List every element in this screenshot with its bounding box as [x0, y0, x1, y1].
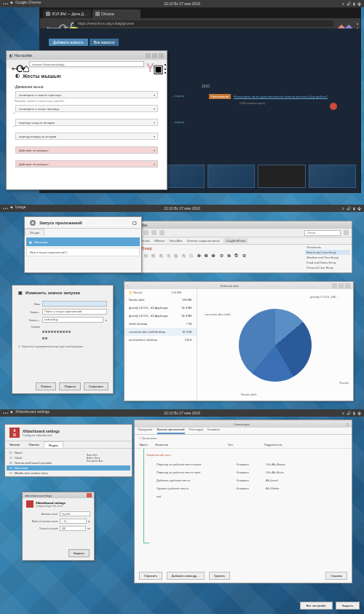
poll-count[interactable]: (133 комментария): [240, 101, 265, 105]
volume-icon[interactable]: 🔊: [347, 411, 351, 415]
clock-label[interactable]: 22:10 Вс 27 мая 2018: [164, 1, 200, 6]
file-item[interactable]: wir-thunder-2.desktop120 Б: [124, 336, 197, 344]
up-icon[interactable]: [143, 230, 149, 235]
reset-button[interactable]: Сбросить: [139, 572, 162, 580]
icon-grid[interactable]: [42, 331, 71, 342]
tab-virtualbox[interactable]: VirtualBox: [169, 239, 182, 243]
save-button[interactable]: Сохранить: [84, 382, 108, 390]
file-item[interactable]: Nuvola-dark184 МБ: [124, 296, 197, 304]
tab-emails[interactable]: Emails: [141, 239, 150, 243]
shortcut-row[interactable]: Переход на рабочее место вышеКлавишаCtrl…: [142, 463, 344, 466]
cat-weather[interactable]: Weather and Time Emoji: [305, 255, 350, 260]
close-icon[interactable]: ▢: [346, 422, 349, 426]
activities-icon[interactable]: •••: [3, 206, 9, 210]
clock-label[interactable]: 22:10 Вс 27 мая 2018: [164, 206, 200, 210]
gesture-dropdown-right[interactable]: переход вперёд по истории: [15, 133, 158, 140]
disk-titlebar[interactable]: ‹ Reformat disk: [124, 282, 353, 289]
power-icon[interactable]: ⏻: [357, 206, 361, 210]
close-icon[interactable]: [159, 53, 164, 58]
battery-icon[interactable]: ▮: [353, 411, 355, 415]
timeout-spinner[interactable]: 300: [60, 526, 86, 531]
menu-icon[interactable]: ⋮: [352, 21, 356, 25]
col-type[interactable]: Тип: [228, 443, 257, 446]
search-input[interactable]: Плейс: [304, 230, 341, 236]
browse-icon[interactable]: ▸: [106, 318, 107, 322]
tab-themes[interactable]: Themes: [24, 441, 43, 448]
shortcut-row[interactable]: Добавить рабочее местоКлавишаAlt+Insert: [142, 479, 344, 482]
window-titlebar[interactable]: Emoji - Files: [124, 221, 352, 229]
extension-icon-2[interactable]: ◆: [344, 21, 349, 25]
window-titlebar[interactable]: Клавиатура▢: [135, 420, 352, 428]
open-button[interactable]: Открыть: [59, 382, 81, 390]
home-icon[interactable]: ⌂: [23, 62, 27, 66]
close-button[interactable]: Закрыть: [336, 602, 360, 610]
notification-badge-icon[interactable]: [330, 103, 337, 110]
col-combo[interactable]: Подробности: [264, 443, 282, 446]
plugin-hot-corner[interactable]: ☑Hot corner: [7, 465, 130, 471]
folder-header[interactable]: 📁 Nuvola154 МБ: [124, 289, 197, 296]
shortcut-row[interactable]: Удалить рабочее местоКлавишаAlt+Delete: [142, 487, 344, 490]
startup-item-selected[interactable]: ▣Hot corner: [26, 237, 140, 246]
network-icon[interactable]: ≡: [342, 1, 344, 6]
cat-food[interactable]: Food and Drinks Emoji: [305, 260, 350, 265]
close-icon[interactable]: ▢: [132, 220, 137, 225]
battery-icon[interactable]: ▮: [353, 206, 355, 210]
search-icon[interactable]: [344, 230, 349, 235]
close-icon[interactable]: [87, 493, 92, 497]
maximize-icon[interactable]: [339, 283, 344, 288]
tab-layouts[interactable]: Раскладки: [189, 428, 203, 434]
tab-general[interactable]: Общие: [25, 229, 44, 236]
gesture-dropdown-empty-1[interactable]: Действие не выбрано: [15, 146, 158, 154]
chrome-tab-1[interactable]: ЛОЛ.ФМ — Дела Д…: [43, 9, 91, 18]
gesture-dropdown-up[interactable]: посмотреть в начале страницы: [15, 91, 158, 98]
screenshot-thumb[interactable]: [309, 165, 357, 188]
gesture-dropdown-empty-2[interactable]: Действие не выбрано: [15, 160, 158, 168]
volume-icon[interactable]: 🔊: [347, 1, 351, 6]
cancel-button[interactable]: Отмена: [36, 382, 56, 390]
back-icon[interactable]: ←: [9, 62, 14, 66]
address-bar[interactable]: https://www.linux.org.ru/tag/gnome: [74, 20, 334, 27]
menu-icon[interactable]: ⋮: [159, 62, 164, 66]
clock-label[interactable]: 22:10 Вс 27 мая 2018: [164, 411, 200, 415]
startup-item[interactable]: Имя и запуск приложений 2: [26, 248, 140, 256]
cat-ornaments[interactable]: Ornaments: [305, 245, 350, 250]
file-item[interactable]: ghostly 5.0.0.0…64.AppImage58.3 МБ: [124, 312, 197, 320]
network-icon[interactable]: ≡: [342, 411, 344, 415]
tab-general[interactable]: General: [5, 441, 24, 448]
shortcut-row[interactable]: Переход на рабочее место нижеКлавишаCtrl…: [142, 471, 344, 474]
gesture-dropdown-left[interactable]: переход назад по истории: [15, 119, 158, 126]
chrome-tab-2[interactable]: Chrome: [92, 9, 141, 18]
extension-icon[interactable]: ▣: [153, 62, 157, 66]
extension-icon[interactable]: ◆: [337, 21, 341, 25]
window-titlebar[interactable]: xfdashboard-settings: [23, 492, 94, 498]
power-icon[interactable]: ⏻: [357, 1, 361, 6]
tab-shortcuts[interactable]: Ярлыки приложений: [157, 428, 185, 434]
gesture-dropdown-down[interactable]: посмотреть в конце страницы: [15, 105, 158, 112]
comment-field[interactable]: Поиск и запуск приложений: [42, 309, 107, 315]
screenshot-thumb[interactable]: [207, 165, 256, 188]
screenshot-thumb[interactable]: [258, 165, 306, 188]
activities-icon[interactable]: •••: [3, 1, 9, 6]
tor-icon[interactable]: Y: [146, 62, 151, 66]
address-bar[interactable]: chrome://extensions/edg…: [29, 61, 144, 67]
close-button[interactable]: Закрыть: [68, 549, 90, 557]
view-icon[interactable]: [159, 230, 165, 235]
window-titlebar[interactable]: ◧ Настройки: [7, 51, 167, 60]
forward-icon[interactable]: →: [52, 21, 56, 25]
site-tab-add-news[interactable]: Добавить новость: [49, 39, 88, 46]
name-field[interactable]: [42, 301, 107, 307]
add-command-button[interactable]: Добавить команду…: [167, 572, 205, 580]
close-icon[interactable]: [345, 283, 350, 288]
reload-icon[interactable]: ⟳: [59, 21, 63, 25]
back-icon[interactable]: ←: [44, 21, 49, 25]
command-field[interactable]: xcdashb-g: [42, 317, 103, 323]
tab-folder[interactable]: Хотелка создания папок: [187, 239, 220, 243]
poll-link[interactable]: Используете ли вы одно-пиксельные обои/н…: [234, 95, 328, 98]
tab-behavior[interactable]: Поведение: [138, 428, 153, 434]
radius-spinner[interactable]: − 12 +: [60, 519, 87, 524]
plugin-middle-click[interactable]: ☐Middle-click window close: [7, 471, 130, 476]
power-icon[interactable]: ⏻: [357, 411, 361, 415]
tab-plugins[interactable]: Plugins: [44, 441, 63, 448]
corner-select[interactable]: Top-left ▾: [60, 511, 90, 516]
reload-icon[interactable]: ⟳: [16, 62, 20, 66]
